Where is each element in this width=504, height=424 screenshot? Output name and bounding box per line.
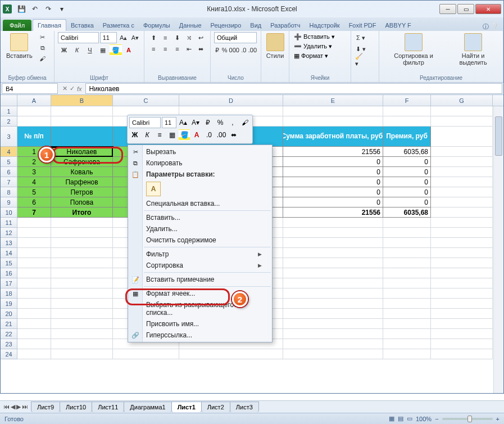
fill-color-button[interactable]: 🪣 [110, 44, 122, 56]
tab-formulas[interactable]: Формулы [139, 20, 175, 31]
mini-shrink-font-icon[interactable]: A▾ [190, 117, 201, 128]
tab-home[interactable]: Главная [33, 19, 66, 31]
sheet-tab[interactable]: Лист11 [92, 402, 124, 412]
cm-define-name[interactable]: Присвоить имя... [128, 318, 272, 330]
orientation-icon[interactable]: ⤭ [184, 32, 195, 43]
tab-abbyy[interactable]: ABBYY F [381, 20, 416, 31]
mini-comma-icon[interactable]: , [227, 117, 238, 128]
cm-cut[interactable]: ✂Вырезать [128, 146, 272, 157]
tab-nav-prev-icon[interactable]: ◀ [11, 403, 15, 411]
cm-delete[interactable]: Удалить... [128, 223, 272, 234]
col-header-d[interactable]: D [179, 95, 283, 106]
zoom-level[interactable]: 100% [416, 416, 432, 422]
paste-button[interactable]: Вставить [4, 32, 35, 60]
grow-font-icon[interactable]: A▴ [118, 32, 129, 43]
cm-clear[interactable]: Очистить содержимое [128, 234, 272, 246]
cm-copy[interactable]: ⧉Копировать [128, 157, 272, 169]
tab-nav-first-icon[interactable]: ⏮ [3, 403, 10, 411]
merge-icon[interactable]: ⬌ [196, 43, 207, 55]
font-size-combo[interactable]: 11 [100, 32, 117, 43]
shrink-font-icon[interactable]: A▾ [130, 32, 140, 43]
border-button[interactable]: ▦ [97, 44, 109, 56]
mini-bold-icon[interactable]: Ж [129, 129, 140, 141]
row-header[interactable]: 4 [1, 147, 17, 157]
selected-cell[interactable]: Николаев [51, 147, 113, 157]
align-bottom-icon[interactable]: ⬇ [171, 32, 183, 43]
mini-merge-icon[interactable]: ⬌ [228, 129, 239, 141]
tab-foxit[interactable]: Foxit PDF [344, 20, 381, 31]
mini-font-color-icon[interactable]: А [191, 129, 202, 141]
cm-filter[interactable]: Фильтр▶ [128, 249, 272, 260]
cells-insert[interactable]: ➕ Вставить ▾ [293, 32, 347, 42]
tab-nav-last-icon[interactable]: ⏭ [22, 403, 28, 411]
mini-italic-icon[interactable]: К [142, 129, 153, 141]
font-color-button[interactable]: А [122, 44, 135, 56]
mini-size-combo[interactable]: 11 [162, 117, 176, 128]
sheet-tab[interactable]: Лист3 [230, 402, 259, 412]
view-normal-icon[interactable]: ▦ [389, 415, 394, 422]
align-middle-icon[interactable]: ≡ [160, 32, 171, 43]
increase-decimal-icon[interactable]: .0 [240, 44, 247, 56]
align-top-icon[interactable]: ⬆ [148, 32, 159, 43]
mini-inc-dec-icon[interactable]: .0 [203, 129, 215, 141]
copy-icon[interactable]: ⧉ [37, 43, 48, 53]
minimize-ribbon-icon[interactable]: ⓘ [483, 22, 489, 31]
col-header-f[interactable]: F [383, 95, 431, 106]
comma-icon[interactable]: 000 [229, 44, 240, 56]
tab-layout[interactable]: Разметка с [98, 20, 139, 31]
minimize-button[interactable]: ─ [439, 4, 456, 14]
cm-dropdown-list[interactable]: Выбрать из раскрывающегося списка... [128, 299, 272, 318]
format-painter-icon[interactable]: 🖌 [37, 53, 48, 64]
zoom-in-icon[interactable]: + [496, 416, 500, 422]
font-name-combo[interactable]: Calibri [58, 32, 99, 43]
cm-format-cells[interactable]: ▦Формат ячеек... [128, 288, 272, 299]
row-header[interactable]: 1 [1, 106, 17, 116]
cm-insert-comment[interactable]: 📝Вставить примечание [128, 274, 272, 285]
wrap-text-icon[interactable]: ↩ [196, 32, 207, 43]
save-icon[interactable]: 💾 [15, 3, 28, 15]
zoom-slider[interactable] [442, 418, 493, 420]
align-right-icon[interactable]: ≡ [171, 43, 183, 55]
clear-icon[interactable]: 🧹 ▾ [355, 55, 367, 66]
mini-border-icon[interactable]: ▦ [166, 129, 178, 141]
spreadsheet-grid[interactable]: A B C D E F G 1 2 3 № п/п Сумма заработн… [1, 95, 503, 393]
tab-insert[interactable]: Вставка [66, 20, 98, 31]
th-salary[interactable]: Сумма заработной платы, руб. [283, 127, 383, 147]
cells-format[interactable]: ▦ Формат ▾ [293, 51, 347, 61]
mini-dec-dec-icon[interactable]: .00 [216, 129, 227, 141]
help-icon[interactable]: ❔ [491, 23, 499, 30]
find-select-button[interactable]: Найти и выделить [447, 32, 500, 67]
cancel-fx-icon[interactable]: ✕ [62, 85, 67, 92]
col-header-g[interactable]: G [431, 95, 493, 106]
view-pagebreak-icon[interactable]: ▭ [407, 415, 412, 422]
number-format-combo[interactable]: Общий [214, 32, 257, 43]
th-num[interactable]: № п/п [17, 127, 51, 147]
sheet-tab-active[interactable]: Лист1 [171, 402, 202, 412]
indent-dec-icon[interactable]: ⇤ [184, 43, 195, 55]
tab-view[interactable]: Вид [246, 20, 266, 31]
sort-filter-button[interactable]: Сортировка и фильтр [383, 32, 444, 67]
cm-paste-special[interactable]: Специальная вставка... [128, 198, 272, 209]
bold-button[interactable]: Ж [58, 44, 70, 56]
th-bonus[interactable]: Премия, руб [383, 127, 431, 147]
vertical-scrollbar[interactable] [493, 106, 503, 393]
col-header-b[interactable]: B [51, 95, 113, 106]
mini-font-combo[interactable]: Calibri [129, 117, 161, 128]
row-header[interactable]: 3 [1, 127, 17, 147]
tab-review[interactable]: Рецензиро [206, 20, 246, 31]
formula-input[interactable]: Николаев [85, 83, 502, 94]
file-tab[interactable]: Файл [3, 20, 31, 31]
col-header-a[interactable]: A [17, 95, 51, 106]
percent-icon[interactable]: % [221, 44, 228, 56]
italic-button[interactable]: К [71, 44, 83, 56]
mini-grow-font-icon[interactable]: A▴ [178, 117, 189, 128]
view-layout-icon[interactable]: ▤ [398, 415, 403, 422]
sheet-tab[interactable]: Диаграмма1 [124, 402, 171, 412]
sheet-tab[interactable]: Лист9 [31, 402, 60, 412]
table-cell[interactable]: 6035,68 [383, 147, 431, 157]
undo-icon[interactable]: ↶ [29, 3, 41, 15]
sheet-tab[interactable]: Лист10 [60, 402, 92, 412]
redo-icon[interactable]: ↷ [42, 3, 55, 15]
mini-fill-icon[interactable]: 🪣 [179, 129, 190, 141]
autosum-icon[interactable]: Σ ▾ [355, 32, 367, 43]
